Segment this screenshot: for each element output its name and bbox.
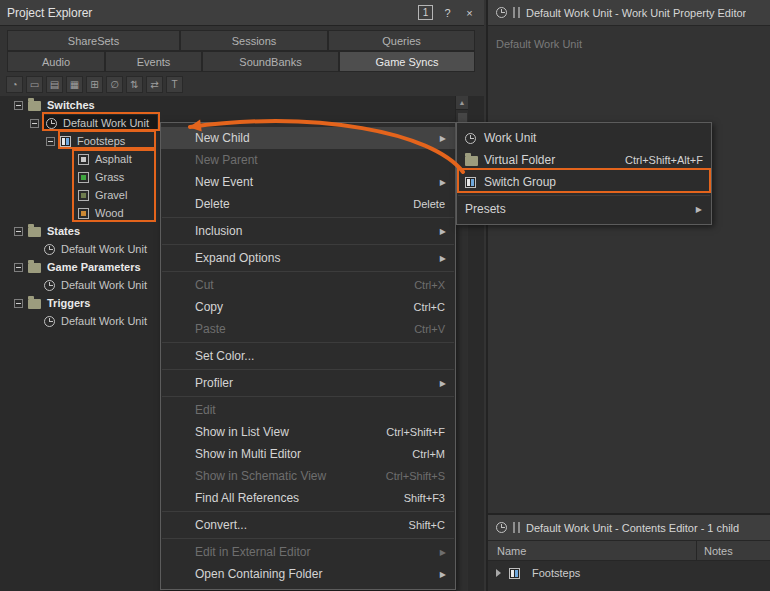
column-header-notes[interactable]: Notes [697, 541, 770, 560]
toolbar-folder-icon[interactable]: ▭ [26, 76, 43, 93]
menu-item-inclusion[interactable]: Inclusion ▶ [161, 220, 455, 242]
explorer-toolbar: ◔ ▭ ▤ ▦ ⊞ ∅ ⇅ ⇄ T [0, 73, 484, 95]
submenu-item-switch-group[interactable]: Switch Group [457, 171, 711, 193]
app-window: Project Explorer 1 ? × ShareSets Session… [0, 0, 770, 591]
scroll-up-icon[interactable]: ▲ [456, 96, 468, 110]
help-button[interactable]: ? [440, 5, 455, 20]
menu-item-profiler[interactable]: Profiler ▶ [161, 372, 455, 394]
new-child-submenu: Work Unit Virtual Folder Ctrl+Shift+Alt+… [456, 122, 712, 225]
tab-label: ShareSets [68, 35, 119, 47]
menu-item-label: Convert... [195, 518, 393, 532]
toolbar-text-icon[interactable]: T [166, 76, 183, 93]
property-editor-title: Default Work Unit - Work Unit Property E… [526, 7, 746, 19]
menu-item-edit[interactable]: Edit [161, 399, 455, 421]
menu-shortcut: Ctrl+Shift+S [386, 470, 445, 482]
menu-item-convert[interactable]: Convert... Shift+C [161, 514, 455, 536]
grip-icon [513, 7, 520, 18]
tree-item-label: Grass [95, 171, 124, 183]
menu-item-delete[interactable]: Delete Delete [161, 193, 455, 215]
menu-item-label: Edit in External Editor [195, 545, 445, 559]
tree-item-label: Switches [47, 99, 95, 111]
tree-item-label: Default Work Unit [61, 243, 147, 255]
menu-item-show-in-schematic-view[interactable]: Show in Schematic View Ctrl+Shift+S [161, 465, 455, 487]
menu-item-copy[interactable]: Copy Ctrl+C [161, 296, 455, 318]
menu-shortcut: Ctrl+M [412, 448, 445, 460]
tab-game-syncs[interactable]: Game Syncs [339, 51, 475, 72]
tab-audio[interactable]: Audio [7, 51, 105, 72]
menu-shortcut: Ctrl+X [414, 279, 445, 291]
collapse-icon[interactable] [14, 227, 23, 236]
tab-queries[interactable]: Queries [328, 30, 475, 51]
collapse-icon[interactable] [30, 119, 39, 128]
toolbar-list-view-icon[interactable]: ▤ [46, 76, 63, 93]
collapse-icon[interactable] [14, 263, 23, 272]
toolbar-sync-icon[interactable]: ⇄ [146, 76, 163, 93]
menu-item-paste[interactable]: Paste Ctrl+V [161, 318, 455, 340]
tree-item-label: Wood [95, 207, 124, 219]
menu-shortcut: Ctrl+Shift+F [386, 426, 445, 438]
menu-item-label: New Event [195, 175, 445, 189]
contents-editor: Default Work Unit - Contents Editor - 1 … [486, 513, 770, 591]
tab-events[interactable]: Events [105, 51, 202, 72]
close-button[interactable]: × [462, 5, 477, 20]
toolbar-work-unit-icon[interactable]: ◔ [6, 76, 23, 93]
menu-item-label: Delete [195, 197, 397, 211]
submenu-item-presets[interactable]: Presets ▶ [457, 198, 711, 220]
tab-soundbanks[interactable]: SoundBanks [202, 51, 339, 72]
menu-item-new-parent[interactable]: New Parent [161, 149, 455, 171]
menu-item-show-in-list-view[interactable]: Show in List View Ctrl+Shift+F [161, 421, 455, 443]
menu-item-label: New Child [195, 131, 445, 145]
submenu-item-virtual-folder[interactable]: Virtual Folder Ctrl+Shift+Alt+F [457, 149, 711, 171]
tab-sessions[interactable]: Sessions [180, 30, 328, 51]
collapse-icon[interactable] [14, 299, 23, 308]
layout-number-button[interactable]: 1 [418, 5, 433, 20]
submenu-arrow-icon: ▶ [440, 379, 446, 388]
menu-item-label: Show in Multi Editor [195, 447, 396, 461]
collapse-icon[interactable] [46, 137, 55, 146]
expand-chevron-icon[interactable] [496, 569, 501, 577]
menu-item-expand-options[interactable]: Expand Options ▶ [161, 247, 455, 269]
collapse-icon[interactable] [14, 101, 23, 110]
menu-item-new-child[interactable]: New Child ▶ [161, 127, 455, 149]
contents-editor-header[interactable]: Default Work Unit - Contents Editor - 1 … [488, 515, 770, 541]
toolbar-sort-icon[interactable]: ⇅ [126, 76, 143, 93]
toolbar-add-icon[interactable]: ⊞ [86, 76, 103, 93]
menu-item-open-containing-folder[interactable]: Open Containing Folder ▶ [161, 563, 455, 585]
contents-row-footsteps[interactable]: Footsteps [488, 561, 770, 585]
tree-item-label: Default Work Unit [61, 279, 147, 291]
tree-item-label: Gravel [95, 189, 127, 201]
menu-item-cut[interactable]: Cut Ctrl+X [161, 274, 455, 296]
tree-item-label: Default Work Unit [61, 315, 147, 327]
tab-label: Audio [42, 56, 70, 68]
submenu-arrow-icon: ▶ [440, 548, 446, 557]
property-editor-object-label: Default Work Unit [496, 38, 762, 50]
tree-item-switches[interactable]: Switches [0, 96, 454, 114]
menu-item-edit-in-external-editor[interactable]: Edit in External Editor ▶ [161, 541, 455, 563]
tab-label: SoundBanks [239, 56, 301, 68]
column-header-name[interactable]: Name [488, 541, 697, 560]
tree-item-label: States [47, 225, 80, 237]
toolbar-grid-view-icon[interactable]: ▦ [66, 76, 83, 93]
menu-item-label: Switch Group [484, 175, 703, 189]
work-unit-icon [44, 316, 55, 327]
switch-icon [78, 208, 89, 219]
tab-label: Queries [382, 35, 421, 47]
work-unit-icon [44, 244, 55, 255]
tab-sharesets[interactable]: ShareSets [7, 30, 180, 51]
menu-shortcut: Ctrl+Shift+Alt+F [625, 154, 703, 166]
menu-item-find-all-references[interactable]: Find All References Shift+F3 [161, 487, 455, 509]
menu-item-new-event[interactable]: New Event ▶ [161, 171, 455, 193]
project-explorer-titlebar[interactable]: Project Explorer 1 ? × [0, 0, 484, 26]
menu-shortcut: Delete [413, 198, 445, 210]
menu-item-set-color[interactable]: Set Color... [161, 345, 455, 367]
property-editor-header[interactable]: Default Work Unit - Work Unit Property E… [488, 0, 770, 26]
menu-item-label: Expand Options [195, 251, 445, 265]
menu-item-label: Presets [465, 202, 703, 216]
switch-icon [78, 190, 89, 201]
menu-item-show-in-multi-editor[interactable]: Show in Multi Editor Ctrl+M [161, 443, 455, 465]
contents-editor-title: Default Work Unit - Contents Editor - 1 … [526, 522, 739, 534]
menu-item-label: Copy [195, 300, 398, 314]
menu-item-label: Cut [195, 278, 398, 292]
toolbar-filter-none-icon[interactable]: ∅ [106, 76, 123, 93]
submenu-item-work-unit[interactable]: Work Unit [457, 127, 711, 149]
